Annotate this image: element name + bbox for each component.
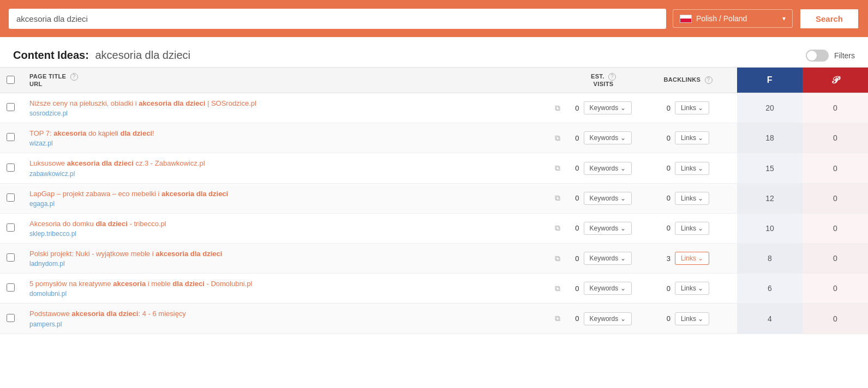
row-checkbox[interactable] [7,193,15,202]
row-external-link-cell: ⧉ [548,93,568,123]
links-button[interactable]: Links ⌄ [675,282,709,295]
row-url: zabawkowicz.pl [29,170,542,178]
results-table-container: PAGE TITLE ? URL EST. ? VISITS BACKLINKS… [0,67,868,334]
row-facebook-cell: 18 [737,123,803,153]
row-checkbox[interactable] [7,253,15,262]
row-title-link[interactable]: LapGap – projekt zabawa – eco mebelki i … [29,190,228,198]
links-button[interactable]: Links ⌄ [675,101,709,114]
row-checkbox[interactable] [7,223,15,232]
keywords-button[interactable]: Keywords ⌄ [584,252,632,265]
keywords-button[interactable]: Keywords ⌄ [584,222,632,235]
select-all-checkbox[interactable] [7,76,15,84]
row-checkbox-cell [0,183,23,213]
row-title-link[interactable]: Podstawowe akcesoria dla dzieci: 4 - 6 m… [29,310,186,318]
external-link-icon[interactable]: ⧉ [555,223,560,232]
th-backlinks: BACKLINKS ? [639,68,737,93]
row-title-link[interactable]: 5 pomysłów na kreatywne akcesoria i mebl… [29,280,252,288]
links-button[interactable]: Links ⌄ [675,252,709,265]
table-row: LapGap – projekt zabawa – eco mebelki i … [0,183,868,213]
row-page-title-cell: Luksusowe akcesoria dla dzieci cz.3 - Za… [23,153,548,183]
external-link-icon[interactable]: ⧉ [555,104,560,112]
filters-toggle[interactable] [806,50,829,62]
row-external-link-cell: ⧉ [548,244,568,274]
row-title-link[interactable]: Luksusowe akcesoria dla dzieci cz.3 - Za… [29,159,205,167]
keywords-button[interactable]: Keywords ⌄ [584,162,632,175]
row-pinterest-count: 0 [833,134,837,142]
row-visits-number: 0 [575,104,579,112]
row-visits-number: 0 [575,194,579,202]
row-checkbox[interactable] [7,163,15,172]
row-visits-cell: 0Keywords ⌄ [568,183,639,213]
links-button[interactable]: Links ⌄ [675,222,709,235]
row-pinterest-cell: 0 [803,153,868,183]
keywords-button[interactable]: Keywords ⌄ [584,101,632,114]
row-pinterest-cell: 0 [803,244,868,274]
links-button[interactable]: Links ⌄ [675,192,709,205]
row-visits-cell: 0Keywords ⌄ [568,244,639,274]
row-backlinks-cell: 0Links ⌄ [639,274,737,304]
external-link-icon[interactable]: ⧉ [555,284,560,293]
row-pinterest-count: 0 [833,254,837,263]
backlinks-help-icon[interactable]: ? [705,76,713,84]
search-input[interactable] [9,9,666,29]
row-external-link-cell: ⧉ [548,274,568,304]
row-checkbox[interactable] [7,103,15,111]
row-title-link[interactable]: Akcesoria do domku dla dzieci - tribecco… [29,220,166,228]
row-external-link-cell: ⧉ [548,183,568,213]
results-table: PAGE TITLE ? URL EST. ? VISITS BACKLINKS… [0,67,868,334]
th-pinterest: 𝒫 [803,68,868,93]
page-title-help-icon[interactable]: ? [70,73,78,81]
row-title-link[interactable]: TOP 7: akcesoria do kąpieli dla dzieci! [29,129,154,137]
row-visits-number: 0 [575,284,579,293]
links-button[interactable]: Links ⌄ [675,312,709,325]
filters-wrap: Filters [806,50,855,62]
row-url: ladnydom.pl [29,260,542,268]
row-backlinks-cell: 0Links ⌄ [639,183,737,213]
row-facebook-count: 18 [765,134,774,142]
language-selector[interactable]: Polish / Poland ▾ [673,9,793,28]
row-checkbox[interactable] [7,314,15,322]
external-link-icon[interactable]: ⧉ [555,134,560,142]
row-visits-cell: 0Keywords ⌄ [568,93,639,123]
row-checkbox[interactable] [7,283,15,292]
links-button[interactable]: Links ⌄ [675,131,709,144]
th-page-title: PAGE TITLE ? URL [23,68,548,93]
keywords-button[interactable]: Keywords ⌄ [584,282,632,295]
row-backlinks-number: 0 [667,284,671,293]
table-row: 5 pomysłów na kreatywne akcesoria i mebl… [0,274,868,304]
row-visits-cell: 0Keywords ⌄ [568,213,639,243]
row-page-title-cell: Podstawowe akcesoria dla dzieci: 4 - 6 m… [23,304,548,334]
row-pinterest-cell: 0 [803,213,868,243]
row-backlinks-number: 0 [667,104,671,112]
row-checkbox-cell [0,213,23,243]
row-title-link[interactable]: Niższe ceny na pieluszki, obiadki i akce… [29,99,256,107]
row-facebook-cell: 15 [737,153,803,183]
external-link-icon[interactable]: ⧉ [555,314,560,323]
row-title-link[interactable]: Polski projekt: Nuki - wyjątkowe meble i… [29,250,222,258]
row-pinterest-cell: 0 [803,183,868,213]
external-link-icon[interactable]: ⧉ [555,163,560,172]
row-visits-number: 0 [575,254,579,263]
search-button[interactable]: Search [799,8,859,29]
est-visits-help-icon[interactable]: ? [608,73,616,81]
keywords-button[interactable]: Keywords ⌄ [584,312,632,325]
external-link-icon[interactable]: ⧉ [555,193,560,202]
row-visits-number: 0 [575,164,579,172]
table-row: TOP 7: akcesoria do kąpieli dla dzieci!w… [0,123,868,153]
row-facebook-cell: 4 [737,304,803,334]
row-pinterest-cell: 0 [803,304,868,334]
external-link-icon[interactable]: ⧉ [555,254,560,263]
th-checkbox [0,68,23,93]
keywords-button[interactable]: Keywords ⌄ [584,192,632,205]
pinterest-icon: 𝒫 [831,75,839,86]
row-url: sosrodzice.pl [29,110,542,117]
row-checkbox[interactable] [7,133,15,141]
page-title: Content Ideas: akcesoria dla dzieci [13,49,190,62]
table-row: Podstawowe akcesoria dla dzieci: 4 - 6 m… [0,304,868,334]
row-page-title-cell: Polski projekt: Nuki - wyjątkowe meble i… [23,244,548,274]
links-button[interactable]: Links ⌄ [675,162,709,175]
row-facebook-cell: 10 [737,213,803,243]
keywords-button[interactable]: Keywords ⌄ [584,131,632,144]
search-input-wrap[interactable] [9,9,666,29]
row-checkbox-cell [0,153,23,183]
